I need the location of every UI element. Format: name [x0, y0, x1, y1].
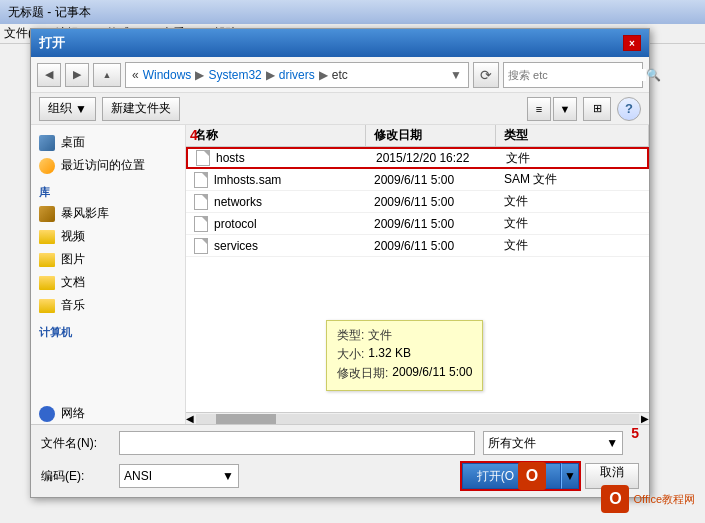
tooltip-size-label: 大小:	[337, 346, 364, 363]
up-button[interactable]: ▲	[93, 63, 121, 87]
file-name-lmhosts: lmhosts.sam	[214, 173, 281, 187]
breadcrumb-windows[interactable]: «	[132, 68, 139, 82]
file-type-networks: 文件	[496, 192, 649, 211]
network-icon	[39, 406, 55, 422]
filename-row: 文件名(N): 所有文件 ▼ 5	[41, 431, 639, 455]
file-row-networks[interactable]: networks 2009/6/11 5:00 文件	[186, 191, 649, 213]
col-type-header[interactable]: 类型	[496, 125, 649, 146]
encoding-dropdown[interactable]: ANSI ▼	[119, 464, 239, 488]
filetype-dropdown[interactable]: 所有文件 ▼	[483, 431, 623, 455]
open-dialog: 打开 × ◀ ▶ ▲ « Windows ▶ System32 ▶ driver…	[30, 28, 650, 498]
folder-pictures-icon	[39, 253, 55, 267]
sidebar-item-docs[interactable]: 文档	[31, 271, 185, 294]
open-button[interactable]: 打开(O O	[462, 463, 561, 489]
bottom-area: 文件名(N): 所有文件 ▼ 5 编码(E): ANSI ▼ 打开(O	[31, 424, 649, 497]
filetype-area: 所有文件 ▼	[483, 431, 623, 455]
watermark-text: Office教程网	[633, 492, 695, 507]
help-button[interactable]: ?	[617, 97, 641, 121]
breadcrumb[interactable]: « Windows ▶ System32 ▶ drivers ▶ etc ▼	[125, 62, 469, 88]
scrollbar-track[interactable]	[196, 414, 639, 424]
view-list-btn[interactable]: ≡	[527, 97, 551, 121]
step-number-5: 5	[631, 425, 639, 441]
encoding-label: 编码(E):	[41, 468, 111, 485]
view-dropdown-btn[interactable]: ▼	[553, 97, 577, 121]
search-icon[interactable]: 🔍	[646, 68, 661, 82]
library-icon	[39, 206, 55, 222]
sidebar-music-label: 音乐	[61, 297, 85, 314]
new-folder-button[interactable]: 新建文件夹	[102, 97, 180, 121]
file-icon-networks	[194, 194, 208, 210]
forward-button[interactable]: ▶	[65, 63, 89, 87]
file-list: 4 名称 修改日期 类型 hosts 2015/12/20 16:22 文件	[186, 125, 649, 424]
file-name-protocol: protocol	[214, 217, 257, 231]
sidebar-item-pictures[interactable]: 图片	[31, 248, 185, 271]
step-number-4: 4	[190, 127, 198, 143]
sidebar-item-music[interactable]: 音乐	[31, 294, 185, 317]
sidebar-item-desktop[interactable]: 桌面	[31, 131, 185, 154]
sidebar-section-computer: 计算机	[31, 317, 185, 342]
watermark: O Office教程网	[601, 485, 695, 513]
tooltip-size-value: 1.32 KB	[368, 346, 411, 363]
breadcrumb-etc[interactable]: etc	[332, 68, 348, 82]
file-row-services[interactable]: services 2009/6/11 5:00 文件	[186, 235, 649, 257]
file-icon-lmhosts	[194, 172, 208, 188]
file-type-lmhosts: SAM 文件	[496, 170, 649, 189]
folder-video-icon	[39, 230, 55, 244]
encoding-row: 编码(E): ANSI ▼ 打开(O O ▼ 取消	[41, 461, 639, 491]
col-name-header[interactable]: 名称	[186, 125, 366, 146]
open-button-group: 打开(O O ▼	[460, 461, 581, 491]
scrollbar-thumb[interactable]	[216, 414, 276, 424]
back-button[interactable]: ◀	[37, 63, 61, 87]
file-date-services: 2009/6/11 5:00	[366, 238, 496, 254]
sidebar-network-label: 网络	[61, 405, 85, 422]
file-row-protocol[interactable]: protocol 2009/6/11 5:00 文件	[186, 213, 649, 235]
sidebar-section-library: 库	[31, 177, 185, 202]
breadcrumb-system32[interactable]: System32	[208, 68, 261, 82]
col-date-header[interactable]: 修改日期	[366, 125, 496, 146]
file-icon-hosts	[196, 150, 210, 166]
view-buttons: ≡ ▼ ⊞ ?	[527, 97, 641, 121]
tooltip-date-value: 2009/6/11 5:00	[392, 365, 472, 382]
open-label: 打开(O	[477, 468, 514, 485]
file-type-services: 文件	[496, 236, 649, 255]
nav-bar: ◀ ▶ ▲ « Windows ▶ System32 ▶ drivers ▶ e…	[31, 57, 649, 93]
sidebar-item-recent[interactable]: 最近访问的位置	[31, 154, 185, 177]
refresh-button[interactable]: ⟳	[473, 62, 499, 88]
file-date-protocol: 2009/6/11 5:00	[366, 216, 496, 232]
notepad-title-bar: 无标题 - 记事本	[0, 0, 705, 24]
breadcrumb-windows-label[interactable]: Windows	[143, 68, 192, 82]
dialog-title: 打开	[39, 34, 65, 52]
desktop-icon	[39, 135, 55, 151]
encoding-arrow: ▼	[222, 469, 234, 483]
new-folder-label: 新建文件夹	[111, 100, 171, 117]
file-row-hosts[interactable]: hosts 2015/12/20 16:22 文件	[186, 147, 649, 169]
view-details-btn[interactable]: ⊞	[583, 97, 611, 121]
sidebar-pictures-label: 图片	[61, 251, 85, 268]
file-tooltip: 类型: 文件 大小: 1.32 KB 修改日期: 2009/6/11 5:00	[326, 320, 483, 391]
search-input[interactable]	[508, 69, 646, 81]
breadcrumb-drivers[interactable]: drivers	[279, 68, 315, 82]
sidebar-storm-label: 暴风影库	[61, 205, 109, 222]
file-row-lmhosts[interactable]: lmhosts.sam 2009/6/11 5:00 SAM 文件	[186, 169, 649, 191]
tooltip-date-label: 修改日期:	[337, 365, 388, 382]
sidebar-docs-label: 文档	[61, 274, 85, 291]
file-icon-protocol	[194, 216, 208, 232]
dialog-title-controls: ×	[623, 35, 641, 51]
main-content: 桌面 最近访问的位置 库 暴风影库 视频 图片 文档	[31, 125, 649, 424]
recent-icon	[39, 158, 55, 174]
sidebar: 桌面 最近访问的位置 库 暴风影库 视频 图片 文档	[31, 125, 186, 424]
filename-input[interactable]	[119, 431, 475, 455]
close-button[interactable]: ×	[623, 35, 641, 51]
file-name-networks: networks	[214, 195, 262, 209]
file-name-hosts: hosts	[216, 151, 245, 165]
open-dropdown-arrow[interactable]: ▼	[561, 463, 579, 489]
sidebar-item-network[interactable]: 网络	[31, 402, 185, 424]
organize-arrow: ▼	[75, 102, 87, 116]
organize-label: 组织	[48, 100, 72, 117]
folder-music-icon	[39, 299, 55, 313]
horizontal-scrollbar[interactable]: ◀ ▶	[186, 412, 649, 424]
sidebar-item-video[interactable]: 视频	[31, 225, 185, 248]
sidebar-item-storm[interactable]: 暴风影库	[31, 202, 185, 225]
organize-button[interactable]: 组织 ▼	[39, 97, 96, 121]
sidebar-desktop-label: 桌面	[61, 134, 85, 151]
